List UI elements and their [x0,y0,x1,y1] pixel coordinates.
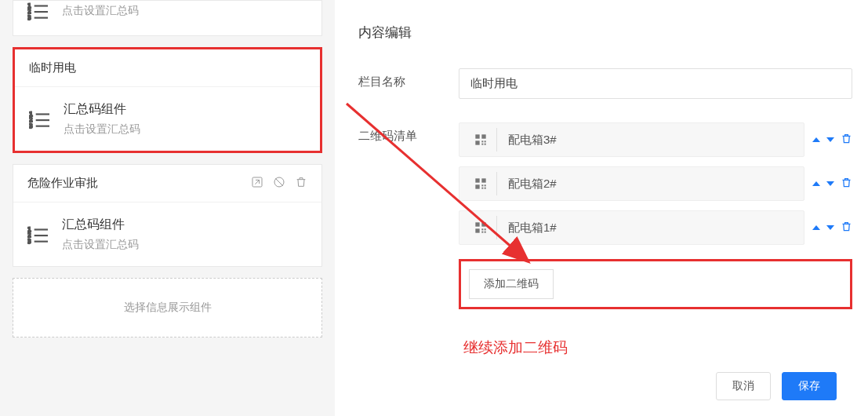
qr-icon [464,216,497,239]
trash-icon[interactable] [295,176,307,191]
qr-item: 配电箱3# [459,122,852,157]
delete-icon[interactable] [841,221,852,235]
svg-rect-35 [475,222,479,226]
svg-rect-33 [481,188,483,189]
svg-rect-21 [475,134,479,138]
svg-rect-29 [481,178,485,182]
add-qr-highlight: 添加二维码 [459,259,852,309]
right-panel: 内容编辑 栏目名称 二维码清单 配电箱3# [335,0,868,416]
delete-icon[interactable] [841,133,852,148]
component-title: 汇总码组件 [62,217,139,233]
forbid-icon[interactable] [273,176,285,191]
list-icon: 123 [27,1,48,21]
svg-rect-24 [481,140,483,142]
cancel-button[interactable]: 取消 [716,372,771,400]
svg-text:3: 3 [29,122,33,129]
qr-body[interactable]: 配电箱2# [459,166,804,201]
svg-rect-26 [481,144,483,145]
svg-rect-30 [475,184,479,188]
list-icon: 123 [27,224,48,245]
move-down-icon[interactable] [826,137,834,142]
svg-text:3: 3 [27,237,31,244]
qr-list-label: 二维码清单 [358,122,459,144]
svg-rect-41 [484,232,485,233]
svg-text:3: 3 [27,14,31,21]
move-up-icon[interactable] [812,181,820,186]
svg-rect-40 [481,232,483,233]
component-card-highlighted[interactable]: 临时用电 123 汇总码组件 点击设置汇总码 [13,47,322,153]
expand-icon[interactable] [251,176,263,191]
svg-rect-27 [484,144,485,145]
move-up-icon[interactable] [812,137,820,142]
qr-item: 配电箱2# [459,166,852,201]
component-title: 汇总码组件 [64,101,140,118]
qr-item-label: 配电箱2# [497,177,568,192]
svg-rect-22 [481,134,485,138]
svg-rect-34 [484,188,485,189]
placeholder-add-component[interactable]: 选择信息展示组件 [13,278,322,338]
annotation-note: 继续添加二维码 [463,338,852,358]
move-down-icon[interactable] [826,181,834,186]
qr-icon [464,172,497,195]
qr-body[interactable]: 配电箱3# [459,122,804,157]
component-card-danger[interactable]: 危险作业审批 123 汇总码组件 点击设置汇总码 [13,164,322,267]
svg-rect-37 [475,228,479,232]
move-up-icon[interactable] [812,225,820,230]
column-name-input[interactable] [459,68,852,99]
component-subtitle: 点击设置汇总码 [62,4,139,18]
card-title: 危险作业审批 [27,176,98,191]
add-qr-button[interactable]: 添加二维码 [469,269,554,299]
component-subtitle: 点击设置汇总码 [62,238,139,252]
svg-rect-32 [484,184,485,186]
svg-rect-31 [481,184,483,186]
svg-rect-28 [475,178,479,182]
list-icon: 123 [29,109,49,130]
svg-rect-23 [475,140,479,144]
qr-body[interactable]: 配电箱1# [459,210,804,245]
svg-rect-39 [484,228,485,230]
svg-rect-36 [481,222,485,226]
qr-item: 配电箱1# [459,210,852,245]
save-button[interactable]: 保存 [782,372,837,400]
left-panel: 123 点击设置汇总码 临时用电 123 汇总码组件 点击设置汇总码 [0,0,335,416]
component-subtitle: 点击设置汇总码 [64,122,140,137]
svg-line-14 [275,178,282,185]
column-name-label: 栏目名称 [358,68,459,89]
component-card-partial[interactable]: 123 点击设置汇总码 [13,0,322,36]
panel-title: 内容编辑 [358,8,852,68]
svg-rect-38 [481,228,483,230]
svg-rect-25 [484,140,485,142]
qr-item-label: 配电箱3# [497,133,568,148]
qr-icon [464,128,497,151]
delete-icon[interactable] [841,177,852,192]
card-title: 临时用电 [29,60,76,75]
move-down-icon[interactable] [826,225,834,230]
qr-item-label: 配电箱1# [497,221,568,235]
qr-list: 配电箱3# 配电箱2# [459,122,852,358]
